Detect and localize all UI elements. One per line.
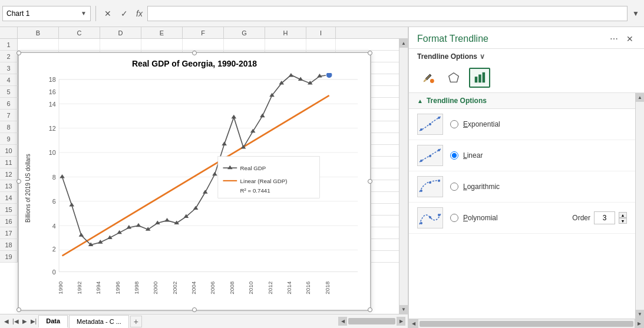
tab-nav-right[interactable]: ▶	[21, 316, 29, 327]
svg-point-89	[438, 214, 440, 216]
panel-header: Format Trendline ⋯ ✕	[409, 27, 644, 49]
exponential-icon	[417, 114, 443, 135]
panel-vertical-scrollbar[interactable]: ▲ ▼	[635, 93, 644, 319]
icon-tab-shape[interactable]	[443, 68, 464, 88]
order-decrement-button[interactable]: ▼	[619, 218, 627, 224]
col-header-g: G	[224, 27, 265, 38]
svg-point-82	[429, 155, 431, 157]
svg-rect-75	[478, 75, 481, 83]
name-box-text: Chart 1	[6, 9, 78, 18]
trendline-section: ▲ Trendline Options	[409, 93, 644, 319]
panel-scroll-down-button[interactable]: ▼	[636, 310, 645, 319]
linear-radio[interactable]	[450, 151, 458, 160]
col-header-c: C	[59, 27, 100, 38]
options-label-chevron-icon: ∨	[480, 52, 485, 61]
handle-bl[interactable]	[16, 307, 21, 312]
section-collapse-icon: ▲	[417, 98, 423, 104]
svg-marker-53	[222, 142, 227, 146]
svg-point-78	[429, 123, 431, 125]
chart-svg: 0 2 4 6 8 10 12 14 18 16	[34, 73, 364, 304]
fx-icon: fx	[134, 9, 145, 18]
handle-ml[interactable]	[16, 179, 21, 184]
chart[interactable]: Real GDP of Georgia, 1990-2018 Billions …	[18, 52, 371, 311]
svg-text:6: 6	[52, 198, 56, 205]
handle-bm[interactable]	[192, 307, 197, 312]
trendline-section-header[interactable]: ▲ Trendline Options	[409, 93, 635, 109]
chart-content: Billions of 2019 US dollars	[25, 73, 364, 304]
panel-scroll-up-button[interactable]: ▲	[636, 93, 645, 102]
grid-body: 1 2 3 4 5 6 7 8 9 10 11 12 13 14 15 16 1…	[0, 39, 408, 314]
name-box-dropdown-icon: ▼	[81, 10, 87, 16]
trendline-option-exponential[interactable]: Exponential	[409, 109, 635, 140]
svg-text:10: 10	[49, 149, 56, 156]
logarithmic-icon	[417, 176, 443, 197]
polynomial-radio[interactable]	[450, 214, 458, 222]
svg-text:16: 16	[49, 88, 56, 95]
svg-point-72	[431, 79, 434, 83]
tab-bar: ◀ |◀ ▶ ▶| Data Metadata - C ... + ◀ ▶	[0, 314, 408, 328]
svg-marker-51	[203, 190, 208, 194]
spreadsheet-area: B C D E F G H I 1 2 3 4 5 6 7 8 9 10 11	[0, 27, 408, 328]
handle-br[interactable]	[368, 307, 372, 312]
tab-metadata[interactable]: Metadata - C ...	[69, 315, 129, 328]
linear-radio-group: Linear	[450, 151, 483, 160]
scroll-down-button[interactable]: ▼	[399, 305, 408, 314]
cancel-button[interactable]: ✕	[101, 6, 115, 21]
svg-point-84	[420, 190, 422, 192]
svg-marker-54	[232, 115, 237, 119]
add-sheet-button[interactable]: +	[130, 316, 142, 327]
handle-tm[interactable]	[192, 51, 197, 55]
handle-mr[interactable]	[368, 179, 372, 184]
svg-text:2000: 2000	[152, 281, 158, 294]
trendline-option-polynomial[interactable]: Polynomial Order ▲ ▼	[409, 203, 635, 234]
handle-tr[interactable]	[368, 51, 372, 55]
toolbar: Chart 1 ▼ ✕ ✓ fx ▼	[0, 0, 644, 27]
order-increment-button[interactable]: ▲	[619, 212, 627, 218]
col-header-i: I	[306, 27, 336, 38]
name-box[interactable]: Chart 1 ▼	[2, 6, 91, 21]
panel-scroll-right-button[interactable]: ▶	[635, 319, 644, 329]
svg-text:2010: 2010	[247, 281, 254, 294]
svg-text:R² = 0.7441: R² = 0.7441	[240, 187, 270, 193]
order-input[interactable]	[594, 211, 615, 224]
formula-bar[interactable]	[147, 6, 628, 21]
svg-point-81	[420, 160, 422, 162]
svg-text:1996: 1996	[114, 281, 121, 294]
panel-more-button[interactable]: ⋯	[607, 33, 620, 45]
row-num-header	[0, 27, 18, 38]
scroll-up-button[interactable]: ▲	[399, 39, 408, 48]
tab-nav-first[interactable]: |◀	[11, 316, 21, 327]
icon-tab-barchart[interactable]	[469, 68, 490, 88]
scroll-thumb-h[interactable]	[348, 318, 395, 324]
trendline-option-logarithmic[interactable]: Logarithmic	[409, 171, 635, 203]
logarithmic-radio[interactable]	[450, 183, 458, 191]
icon-tab-fill[interactable]	[417, 68, 438, 88]
svg-text:2002: 2002	[171, 281, 178, 294]
svg-text:12: 12	[49, 125, 56, 132]
svg-point-79	[438, 117, 440, 119]
trendline-option-linear[interactable]: Linear	[409, 140, 635, 171]
logarithmic-radio-group: Logarithmic	[450, 183, 500, 191]
vertical-scrollbar[interactable]: ▲ ▼	[399, 39, 408, 314]
formula-dropdown-icon[interactable]: ▼	[630, 9, 642, 18]
panel-close-button[interactable]: ✕	[624, 33, 636, 45]
svg-marker-52	[212, 172, 217, 176]
exponential-radio-group: Exponential	[450, 120, 500, 128]
svg-point-77	[420, 128, 422, 131]
handle-tl[interactable]	[16, 51, 21, 55]
scroll-right-button[interactable]: ▶	[397, 317, 405, 326]
svg-text:2018: 2018	[324, 281, 331, 294]
tab-nav-last[interactable]: ▶|	[29, 316, 39, 327]
svg-text:1998: 1998	[133, 281, 140, 294]
polynomial-icon	[417, 207, 443, 228]
scroll-left-button[interactable]: ◀	[338, 317, 347, 326]
enter-button[interactable]: ✓	[117, 6, 131, 21]
svg-text:Real GDP: Real GDP	[240, 165, 266, 171]
panel-icon-tabs	[409, 63, 644, 93]
panel-scroll-thumb-h[interactable]	[420, 321, 633, 327]
svg-text:2: 2	[52, 246, 56, 253]
tab-nav-left[interactable]: ◀	[2, 316, 11, 327]
panel-scroll-left-button[interactable]: ◀	[409, 319, 418, 329]
exponential-radio[interactable]	[450, 120, 458, 128]
tab-data[interactable]: Data	[38, 315, 68, 328]
